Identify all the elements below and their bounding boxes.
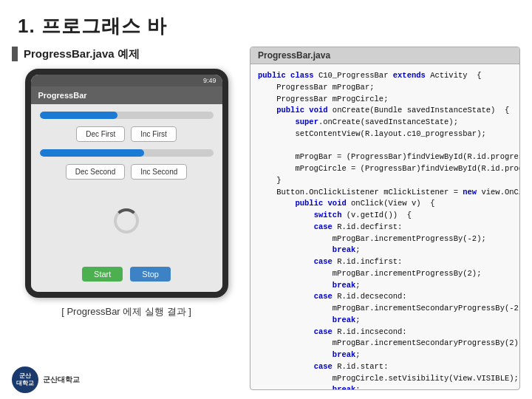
phone-time: 9:49 <box>203 77 216 84</box>
inc-second-button[interactable]: Inc Second <box>131 164 187 180</box>
second-progress-bar <box>40 149 214 157</box>
stop-button[interactable]: Stop <box>130 267 171 282</box>
caption: [ ProgressBar 에제 실행 결과 ] <box>12 305 241 318</box>
first-progress-fill <box>40 112 118 119</box>
progress-circle <box>114 208 139 233</box>
section-label-bar <box>12 47 18 61</box>
first-progress-bar <box>40 112 214 119</box>
footer: 군산대학교 군산대학교 <box>12 366 80 393</box>
second-progress-fill <box>40 149 144 157</box>
code-filename: ProgressBar.java <box>250 47 519 64</box>
phone-app-name: ProgressBar <box>38 91 87 100</box>
code-body: public class C10_ProgressBar extends Act… <box>250 64 519 389</box>
dec-first-button[interactable]: Dec First <box>76 126 125 142</box>
footer-school-name: 군산대학교 <box>43 375 80 385</box>
footer-logo-text: 군산대학교 <box>16 372 34 386</box>
left-panel: ProgressBar.java 예제 9:49 ProgressBar <box>12 47 241 390</box>
first-progress-row <box>40 112 214 119</box>
footer-logo: 군산대학교 <box>12 366 38 393</box>
start-button[interactable]: Start <box>82 267 123 282</box>
second-btn-row: Dec Second Inc Second <box>40 164 214 180</box>
phone-screen: 9:49 ProgressBar Dec First <box>31 75 222 292</box>
phone-status-bar: 9:49 <box>31 75 222 86</box>
section-label-text: ProgressBar.java 예제 <box>24 47 140 61</box>
spinner-area <box>40 187 214 255</box>
bottom-buttons-row: Start Stop <box>40 262 214 284</box>
section-label: ProgressBar.java 예제 <box>12 47 241 61</box>
page-title: 1. 프로그래스 바 <box>18 13 167 39</box>
first-btn-row: Dec First Inc First <box>40 126 214 142</box>
phone-body: Dec First Inc First Dec Second Inc Secon… <box>31 104 222 292</box>
main-content: ProgressBar.java 예제 9:49 ProgressBar <box>0 47 532 390</box>
phone-app-bar: ProgressBar <box>31 86 222 104</box>
second-progress-row <box>40 149 214 157</box>
inc-first-button[interactable]: Inc First <box>131 126 177 142</box>
phone-mockup: 9:49 ProgressBar Dec First <box>25 69 228 298</box>
dec-second-button[interactable]: Dec Second <box>66 164 125 180</box>
code-panel: ProgressBar.java public class C10_Progre… <box>250 47 520 390</box>
page-header: 1. 프로그래스 바 <box>0 0 532 47</box>
